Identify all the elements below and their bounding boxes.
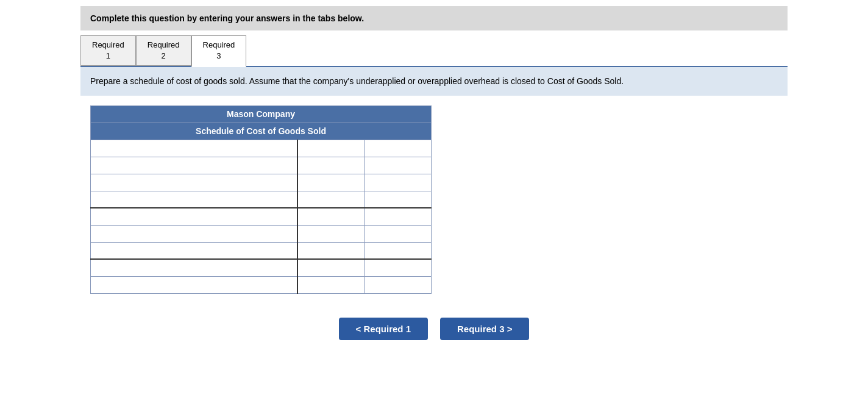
cell-total[interactable]: [365, 276, 432, 293]
cell-total[interactable]: [365, 157, 432, 174]
cell-label[interactable]: [91, 242, 297, 259]
cell-value[interactable]: [297, 225, 365, 242]
cell-total[interactable]: [365, 208, 432, 225]
nav-buttons: < Required 1 Required 3 >: [80, 318, 788, 340]
cell-label[interactable]: [91, 259, 297, 276]
cell-total[interactable]: [365, 140, 432, 157]
tab-required-1[interactable]: Required 1: [80, 35, 136, 66]
cell-value[interactable]: [297, 174, 365, 191]
cell-value[interactable]: [297, 191, 365, 208]
description-bar: Prepare a schedule of cost of goods sold…: [80, 67, 788, 95]
table-row: [91, 157, 432, 174]
cell-total[interactable]: [365, 242, 432, 259]
tab-1-line1: Required: [92, 40, 124, 51]
tab-1-line2: 1: [92, 51, 124, 62]
table-row: [91, 225, 432, 242]
schedule-title: Schedule of Cost of Goods Sold: [91, 123, 432, 140]
table-row: [91, 140, 432, 157]
schedule-table: Mason Company Schedule of Cost of Goods …: [90, 105, 432, 294]
cell-value[interactable]: [297, 140, 365, 157]
schedule-company-name: Mason Company: [91, 105, 432, 123]
tab-required-3[interactable]: Required 3: [191, 35, 247, 67]
cell-label[interactable]: [91, 157, 297, 174]
cell-value[interactable]: [297, 259, 365, 276]
cell-total[interactable]: [365, 174, 432, 191]
prev-button[interactable]: < Required 1: [339, 318, 428, 340]
cell-label[interactable]: [91, 191, 297, 208]
cell-total[interactable]: [365, 225, 432, 242]
table-row: [91, 276, 432, 293]
next-button[interactable]: Required 3 >: [440, 318, 529, 340]
table-row: [91, 242, 432, 259]
cell-value[interactable]: [297, 242, 365, 259]
cell-total[interactable]: [365, 259, 432, 276]
cell-label[interactable]: [91, 140, 297, 157]
table-row: [91, 174, 432, 191]
table-row: [91, 191, 432, 208]
cell-label[interactable]: [91, 174, 297, 191]
tab-required-2[interactable]: Required 2: [136, 35, 191, 66]
cell-label[interactable]: [91, 208, 297, 225]
table-row: [91, 259, 432, 276]
cell-value[interactable]: [297, 276, 365, 293]
cell-label[interactable]: [91, 276, 297, 293]
tab-2-line1: Required: [148, 40, 180, 51]
tabs-row: Required 1 Required 2 Required 3: [80, 35, 788, 67]
instruction-bar: Complete this question by entering your …: [80, 6, 788, 30]
cell-value[interactable]: [297, 157, 365, 174]
tab-3-line2: 3: [203, 51, 235, 62]
table-row: [91, 208, 432, 225]
tab-3-line1: Required: [203, 40, 235, 51]
schedule-container: Mason Company Schedule of Cost of Goods …: [90, 105, 432, 294]
cell-total[interactable]: [365, 191, 432, 208]
cell-value[interactable]: [297, 208, 365, 225]
content-area: Prepare a schedule of cost of goods sold…: [80, 67, 788, 340]
tab-2-line2: 2: [148, 51, 180, 62]
cell-label[interactable]: [91, 225, 297, 242]
